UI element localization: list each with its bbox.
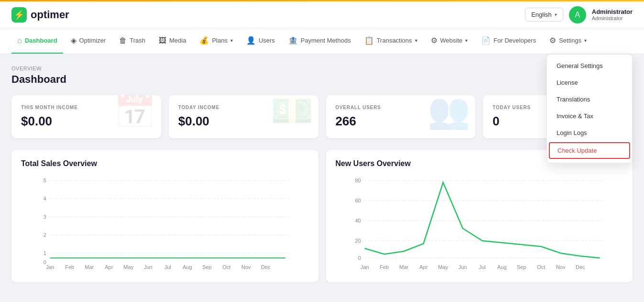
nav-item-transactions[interactable]: 📋Transactions▾ xyxy=(359,28,423,54)
user-info: Administrator Administrator xyxy=(592,8,633,21)
nav-item-website[interactable]: ⚙Website▾ xyxy=(425,28,474,54)
stat-bg-icon-2: 👥 xyxy=(427,95,470,131)
dropdown-item-translations[interactable]: Translations xyxy=(547,91,632,108)
nav-label-for-developers: For Developers xyxy=(493,37,536,44)
nav-chevron-icon: ▾ xyxy=(230,38,233,43)
stat-label-2: OVERALL USERS xyxy=(336,105,381,110)
nav-label-payment-methods: Payment Methods xyxy=(301,37,351,44)
stat-value-3: 0 xyxy=(492,114,531,129)
nav-chevron-icon: ▾ xyxy=(465,38,468,43)
nav-item-media[interactable]: 🖼Media xyxy=(153,29,192,54)
nav-item-for-developers[interactable]: 📄For Developers xyxy=(475,28,542,54)
svg-text:60: 60 xyxy=(355,198,360,203)
svg-text:40: 40 xyxy=(355,218,360,224)
svg-text:Jan: Jan xyxy=(46,264,55,270)
svg-text:Oct: Oct xyxy=(537,264,545,270)
stat-value-2: 266 xyxy=(336,114,381,129)
sales-chart: 5 4 3 2 1 0 Jan Feb Mar Apr May Jun Jul xyxy=(21,176,309,273)
users-chart: 80 60 40 20 0 Jan Feb Mar Apr May Jun xyxy=(336,176,623,273)
nav-chevron-icon: ▾ xyxy=(584,38,587,43)
stat-card-0: THIS MONTH INCOME $0.00 📅 xyxy=(11,95,161,138)
stat-bg-icon-0: 📅 xyxy=(113,95,156,131)
stat-label-1: TODAY INCOME xyxy=(178,105,219,110)
svg-text:Nov: Nov xyxy=(241,264,251,270)
svg-text:Jun: Jun xyxy=(144,264,153,270)
stat-value-0: $0.00 xyxy=(21,114,78,129)
dropdown-item-invoice-tax[interactable]: Invoice & Tax xyxy=(547,108,632,124)
navbar: ⌂Dashboard◈Optimizer🗑Trash🖼Media💰Plans▾👤… xyxy=(0,28,644,54)
page-title: Dashboard xyxy=(11,73,633,86)
nav-icon-settings: ⚙ xyxy=(549,36,556,45)
svg-text:Apr: Apr xyxy=(419,264,427,270)
logo[interactable]: ⚡ optimer xyxy=(11,7,69,22)
language-label: English xyxy=(531,11,552,18)
svg-text:Jul: Jul xyxy=(479,264,485,270)
stat-card-content-0: THIS MONTH INCOME $0.00 xyxy=(21,105,78,129)
dropdown-item-check-update[interactable]: Check Update xyxy=(549,142,630,159)
svg-text:20: 20 xyxy=(355,238,360,244)
svg-text:Jun: Jun xyxy=(458,264,467,270)
svg-text:5: 5 xyxy=(44,178,46,183)
svg-text:Mar: Mar xyxy=(399,264,408,270)
stat-value-1: $0.00 xyxy=(178,114,219,129)
users-chart-card: New Users Overview 80 60 40 20 0 xyxy=(326,150,633,282)
sales-chart-title: Total Sales Overview xyxy=(21,159,309,168)
nav-chevron-icon: ▾ xyxy=(415,38,417,43)
svg-text:Mar: Mar xyxy=(85,264,94,270)
stat-bg-icon-1: 💵 xyxy=(271,95,314,131)
nav-label-optimizer: Optimizer xyxy=(79,37,106,44)
charts-row: Total Sales Overview 5 4 3 2 1 0 xyxy=(11,150,633,282)
svg-text:Jul: Jul xyxy=(164,264,171,270)
nav-icon-transactions: 📋 xyxy=(364,36,374,45)
dropdown-item-login-logs[interactable]: Login Logs xyxy=(547,124,632,141)
sales-chart-card: Total Sales Overview 5 4 3 2 1 0 xyxy=(11,150,318,282)
svg-text:2: 2 xyxy=(44,232,46,238)
nav-item-settings[interactable]: ⚙Settings▾ xyxy=(544,28,592,54)
stat-cards: THIS MONTH INCOME $0.00 📅 TODAY INCOME $… xyxy=(11,95,633,138)
svg-text:Aug: Aug xyxy=(183,264,192,270)
nav-label-dashboard: Dashboard xyxy=(25,37,57,44)
nav-item-trash[interactable]: 🗑Trash xyxy=(113,29,151,54)
nav-icon-dashboard: ⌂ xyxy=(17,36,22,45)
nav-icon-media: 🖼 xyxy=(159,36,166,45)
svg-text:Sep: Sep xyxy=(202,264,212,270)
nav-icon-users: 👤 xyxy=(246,36,256,45)
svg-text:Oct: Oct xyxy=(222,264,230,270)
nav-label-media: Media xyxy=(169,37,186,44)
nav-label-website: Website xyxy=(440,37,463,44)
svg-text:Feb: Feb xyxy=(380,264,389,270)
nav-icon-for-developers: 📄 xyxy=(481,36,491,45)
nav-label-transactions: Transactions xyxy=(377,37,412,44)
nav-icon-plans: 💰 xyxy=(199,36,209,45)
svg-text:Jan: Jan xyxy=(360,264,369,270)
language-selector[interactable]: English ▾ xyxy=(525,8,563,22)
logo-icon: ⚡ xyxy=(11,7,27,22)
nav-label-users: Users xyxy=(259,37,275,44)
settings-dropdown: General SettingsLicenseTranslationsInvoi… xyxy=(546,54,633,163)
nav-item-optimizer[interactable]: ◈Optimizer xyxy=(65,28,112,54)
svg-text:0: 0 xyxy=(358,255,360,261)
dropdown-item-license[interactable]: License xyxy=(547,74,632,91)
breadcrumb: OVERVIEW xyxy=(11,66,633,71)
user-role: Administrator xyxy=(592,15,633,21)
svg-text:3: 3 xyxy=(44,214,46,220)
topbar: ⚡ optimer English ▾ A Administrator Admi… xyxy=(0,1,644,28)
svg-text:80: 80 xyxy=(355,178,360,183)
stat-card-1: TODAY INCOME $0.00 💵 xyxy=(169,95,318,138)
svg-text:May: May xyxy=(438,264,448,270)
nav-item-payment-methods[interactable]: 🏦Payment Methods xyxy=(283,28,357,54)
stat-card-content-2: OVERALL USERS 266 xyxy=(336,105,381,129)
dropdown-item-general-settings[interactable]: General Settings xyxy=(547,57,632,74)
language-chevron-icon: ▾ xyxy=(555,12,557,17)
svg-text:Dec: Dec xyxy=(261,264,271,270)
user-name: Administrator xyxy=(592,8,633,15)
nav-item-users[interactable]: 👤Users xyxy=(240,28,281,54)
svg-text:Feb: Feb xyxy=(65,264,74,270)
user-avatar: A xyxy=(569,6,586,23)
nav-icon-optimizer: ◈ xyxy=(71,36,76,45)
stat-label-0: THIS MONTH INCOME xyxy=(21,105,78,110)
nav-item-plans[interactable]: 💰Plans▾ xyxy=(194,28,239,54)
nav-item-dashboard[interactable]: ⌂Dashboard xyxy=(11,29,63,54)
svg-text:Aug: Aug xyxy=(497,264,506,270)
svg-text:4: 4 xyxy=(44,196,46,201)
